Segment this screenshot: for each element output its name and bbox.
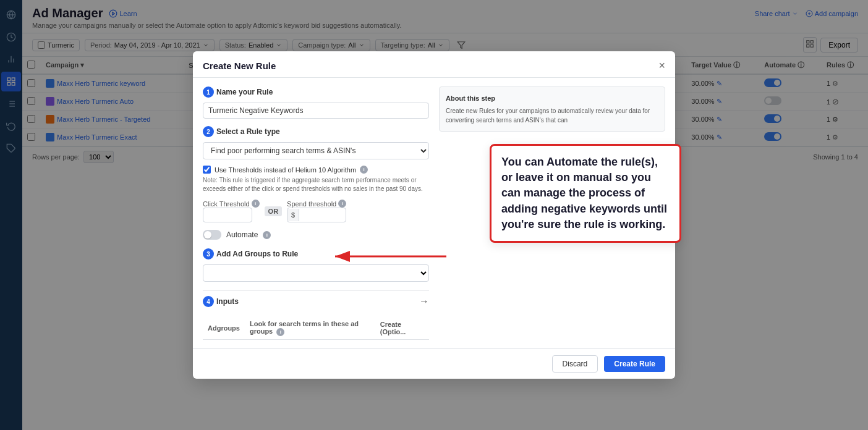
discard-button[interactable]: Discard [552, 355, 598, 373]
thresholds-note: Note: This rule is triggered if the aggr… [203, 176, 429, 193]
thresholds-info-icon[interactable]: i [360, 166, 368, 174]
step1-header: 1 Name your Rule [203, 86, 429, 98]
click-threshold-info[interactable]: i [252, 200, 260, 208]
inputs-table: Adgroups Look for search terms in these … [203, 317, 429, 340]
about-section: About this step Create new Rules for you… [439, 86, 665, 132]
modal-title: Create New Rule [203, 61, 276, 71]
click-threshold-input[interactable] [203, 208, 252, 222]
threshold-inputs-row: Click Threshold i OR Spend threshold i [203, 200, 429, 222]
create-col-header: Create (Optio... [375, 317, 429, 340]
modal-left-col: 1 Name your Rule 2 Select a Rule type Fi… [203, 86, 429, 340]
about-text: Create new Rules for your campaigns to a… [446, 106, 658, 125]
rule-type-select[interactable]: Find poor performing search terms & ASIN… [203, 142, 429, 159]
modal-overlay: Create New Rule × 1 Name your Rule 2 Sel… [0, 0, 868, 430]
click-threshold-label: Click Threshold i [203, 200, 260, 208]
spend-threshold-label: Spend threshold i [287, 200, 346, 208]
spend-threshold-input[interactable] [299, 208, 336, 222]
step4-row: 4 Inputs → [203, 290, 429, 312]
or-badge: OR [265, 206, 283, 216]
thresholds-checkbox-row: Use Thresholds instead of Helium 10 Algo… [203, 166, 429, 174]
modal-footer: Discard Create Rule [193, 348, 675, 379]
step4-label: 4 Inputs [203, 296, 239, 307]
adgroups-col-header: Adgroups [203, 317, 245, 340]
create-rule-button[interactable]: Create Rule [604, 356, 665, 372]
modal-header: Create New Rule × [193, 51, 675, 78]
spend-threshold-info[interactable]: i [338, 200, 346, 208]
automate-toggle[interactable] [203, 230, 221, 240]
look-col-header: Look for search terms in these ad groups… [245, 317, 375, 340]
step4-arrow: → [419, 296, 429, 307]
annotation-arrow [329, 244, 453, 269]
spend-threshold-input-wrap: $ [287, 208, 346, 222]
annotation-box: You can Automate the rule(s), or leave i… [490, 144, 681, 243]
modal-close-button[interactable]: × [658, 60, 665, 71]
about-title: About this step [446, 93, 658, 104]
rule-name-input[interactable] [203, 103, 429, 119]
create-rule-modal: Create New Rule × 1 Name your Rule 2 Sel… [193, 51, 675, 379]
automate-row: Automate i [203, 230, 429, 240]
look-col-info[interactable]: i [276, 328, 284, 336]
automate-info-icon[interactable]: i [263, 231, 271, 239]
step2-header: 2 Select a Rule type [203, 126, 429, 137]
thresholds-checkbox[interactable] [203, 166, 211, 174]
